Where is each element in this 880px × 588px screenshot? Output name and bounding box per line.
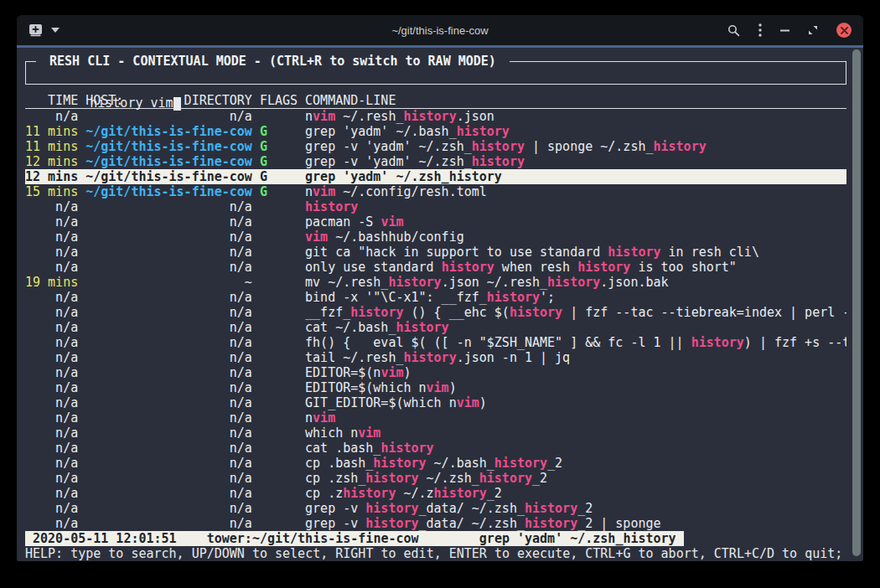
row-flags — [260, 441, 298, 456]
row-directory: n/a — [85, 214, 252, 230]
status-host-directory: tower:~/git/this-is-fine-cow — [207, 531, 419, 546]
history-row[interactable]: n/an/anvim ~/.resh_history.json — [25, 109, 846, 124]
search-match: history — [472, 154, 525, 169]
history-row[interactable]: n/an/abind -x '"\C-x1": __fzf_history'; — [25, 290, 846, 305]
history-row[interactable]: n/an/aGIT_EDITOR=$(which nvim) — [25, 395, 846, 410]
row-command: EDITOR=$(nvim) — [305, 365, 846, 380]
search-box[interactable]: RESH CLI - CONTEXTUAL MODE - (CTRL+R to … — [25, 61, 846, 85]
search-match: history — [457, 124, 510, 139]
text-cursor — [173, 97, 181, 111]
search-match: vim — [305, 230, 328, 245]
search-match: history — [380, 441, 433, 456]
row-command: cat .bash_history — [305, 441, 846, 456]
search-match: history — [654, 139, 707, 154]
row-time: n/a — [25, 441, 78, 456]
history-row[interactable]: 15 mins~/git/this-is-fine-cowGnvim ~/.co… — [25, 184, 846, 199]
history-row[interactable]: n/an/agrep -v history_data/ ~/.zsh_histo… — [25, 501, 846, 516]
row-directory: ~/git/this-is-fine-cow — [85, 124, 252, 139]
minimize-icon — [780, 29, 789, 32]
row-command: only use standard history when resh hist… — [305, 260, 846, 275]
search-match: history — [365, 501, 418, 516]
search-icon — [727, 24, 740, 37]
history-row[interactable]: n/an/avim ~/.bashhub/config — [25, 230, 846, 245]
row-flags — [260, 260, 298, 275]
row-command: grep 'yadm' ~/.bash_history — [305, 124, 846, 139]
search-input[interactable]: history vim — [90, 95, 173, 111]
scrollbar-thumb[interactable] — [852, 49, 861, 556]
history-row[interactable]: n/an/afh() { eval $( ([ -n "$ZSH_NAME" ]… — [25, 335, 846, 350]
search-button[interactable] — [727, 24, 740, 37]
row-command: git ca "hack in support to use standard … — [305, 245, 846, 260]
row-flags: G — [260, 139, 298, 154]
row-time: n/a — [25, 471, 78, 486]
row-flags — [260, 245, 298, 260]
row-time: n/a — [25, 456, 78, 471]
row-flags: G — [260, 169, 298, 184]
row-time: n/a — [25, 260, 78, 275]
row-time: n/a — [25, 305, 78, 320]
row-time: n/a — [25, 335, 78, 350]
history-row[interactable]: n/an/acp .bash_history ~/.bash_history_2 — [25, 456, 846, 471]
history-row[interactable]: n/an/acat ~/.bash_history — [25, 320, 846, 335]
history-row[interactable]: n/an/acp .zsh_history ~/.zsh_history_2 — [25, 471, 846, 486]
row-command: cp .zsh_history ~/.zsh_history_2 — [305, 471, 846, 486]
row-directory: n/a — [85, 290, 252, 305]
history-row[interactable]: n/an/awhich nvim — [25, 426, 846, 441]
history-row[interactable]: n/an/acat .bash_history — [25, 441, 846, 456]
row-flags — [260, 230, 298, 245]
minimize-button[interactable] — [780, 29, 789, 32]
history-row[interactable]: n/an/anvim — [25, 410, 846, 426]
row-command: grep -v 'yadm' ~/.zsh_history — [305, 154, 846, 169]
history-row[interactable]: n/an/aonly use standard history when res… — [25, 260, 846, 275]
close-button[interactable] — [836, 23, 852, 38]
row-command: bind -x '"\C-x1": __fzf_history'; — [305, 290, 846, 305]
history-row[interactable]: n/an/apacman -S vim — [25, 214, 846, 230]
row-time: 11 mins — [25, 139, 78, 154]
search-match: vim — [313, 109, 335, 124]
history-row[interactable]: 12 mins~/git/this-is-fine-cowGgrep -v 'y… — [25, 154, 846, 169]
row-time: 19 mins — [25, 275, 78, 290]
row-time: n/a — [25, 199, 78, 214]
row-command: pacman -S vim — [305, 214, 846, 230]
row-command: grep -v history_data/ ~/.zsh_history_2 |… — [305, 516, 846, 531]
new-tab-dropdown-button[interactable] — [51, 28, 60, 33]
chevron-down-icon — [51, 28, 60, 33]
history-row-selected[interactable]: 12 mins~/git/this-is-fine-cowGgrep 'yadm… — [25, 169, 846, 184]
header-directory: DIRECTORY — [184, 93, 252, 108]
search-match: history — [547, 275, 600, 290]
row-directory: n/a — [85, 410, 252, 426]
row-flags — [260, 380, 298, 395]
search-match: vim — [427, 380, 449, 395]
history-row[interactable]: 19 mins~mv ~/.resh_history.json ~/.resh_… — [25, 275, 846, 290]
row-directory: n/a — [85, 471, 252, 486]
history-row[interactable]: n/an/acp .zhistory ~/.zhistory_2 — [25, 486, 846, 501]
history-row[interactable]: n/an/ahistory — [25, 199, 846, 214]
history-row[interactable]: n/an/agit ca "hack in support to use sta… — [25, 245, 846, 260]
history-row[interactable]: n/an/atail ~/.resh_history.json -n 1 | j… — [25, 350, 846, 365]
history-row[interactable]: n/an/aEDITOR=$(nvim) — [25, 365, 846, 380]
row-directory: n/a — [85, 245, 252, 260]
search-match: history — [305, 199, 358, 214]
new-tab-button[interactable] — [28, 23, 43, 37]
terminal-window: ~/git/this-is-fine-cow — [17, 15, 863, 561]
restore-button[interactable] — [808, 25, 818, 35]
search-match: history — [525, 501, 577, 516]
history-row[interactable]: n/an/aEDITOR=$(which nvim) — [25, 380, 846, 395]
search-match: history — [396, 320, 448, 335]
history-row[interactable]: n/an/a__fzf_history () { __ehc $(history… — [25, 305, 846, 320]
row-directory: n/a — [85, 486, 252, 501]
history-row[interactable]: 11 mins~/git/this-is-fine-cowGgrep -v 'y… — [25, 139, 846, 154]
history-row[interactable]: 11 mins~/git/this-is-fine-cowGgrep 'yadm… — [25, 124, 846, 139]
new-tab-icon — [28, 23, 43, 37]
search-match: history — [403, 109, 456, 124]
row-time: 12 mins — [25, 169, 78, 184]
search-match: history — [403, 350, 456, 365]
search-match: history — [494, 456, 547, 471]
menu-button[interactable] — [758, 23, 762, 37]
row-directory: n/a — [85, 456, 252, 471]
search-match: history — [479, 471, 532, 486]
search-match: history — [487, 290, 540, 305]
row-command: cat ~/.bash_history — [305, 320, 846, 335]
history-row[interactable]: n/an/agrep -v history_data/ ~/.zsh_histo… — [25, 516, 846, 531]
row-time: n/a — [25, 516, 78, 531]
